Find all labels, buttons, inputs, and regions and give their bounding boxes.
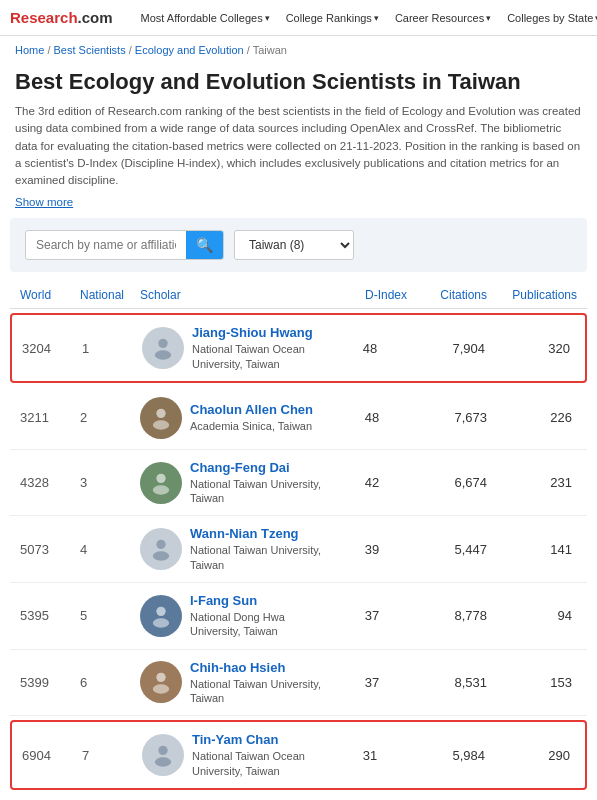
search-button[interactable]: 🔍 — [186, 231, 223, 259]
breadcrumb-ecology[interactable]: Ecology and Evolution — [135, 44, 244, 56]
scholar-affiliation: National Taiwan University, Taiwan — [190, 477, 337, 506]
svg-point-12 — [158, 746, 167, 755]
scholar-info: Chih-hao Hsieh National Taiwan Universit… — [140, 660, 337, 706]
nav-affordable-colleges[interactable]: Most Affordable Colleges ▾ — [133, 12, 278, 24]
svg-point-2 — [156, 409, 165, 418]
citations-value: 8,531 — [407, 675, 487, 690]
citations-value: 5,984 — [405, 748, 485, 763]
breadcrumb-current: Taiwan — [253, 44, 287, 56]
publications-value: 153 — [487, 675, 577, 690]
svg-point-3 — [153, 420, 169, 429]
citations-value: 6,674 — [407, 475, 487, 490]
scholar-name[interactable]: Chih-hao Hsieh — [190, 660, 337, 675]
scholar-name[interactable]: Chaolun Allen Chen — [190, 402, 313, 417]
nav-colleges-by-state[interactable]: Colleges by State ▾ — [499, 12, 597, 24]
header-publications: Publications — [487, 288, 577, 302]
rank-national: 5 — [80, 608, 140, 623]
navigation: Research.com Most Affordable Colleges ▾ … — [0, 0, 597, 36]
table-row: 3204 1 Jiang-Shiou Hwang National Taiwan… — [10, 313, 587, 383]
rank-world: 6904 — [22, 748, 82, 763]
citations-value: 7,904 — [405, 341, 485, 356]
scholar-info: I-Fang Sun National Dong Hwa University,… — [140, 593, 337, 639]
svg-point-11 — [153, 685, 169, 694]
citations-value: 5,447 — [407, 542, 487, 557]
svg-point-5 — [153, 485, 169, 494]
site-logo[interactable]: Research.com — [10, 9, 113, 26]
dindex-value: 39 — [337, 542, 407, 557]
rank-national: 6 — [80, 675, 140, 690]
rank-national: 2 — [80, 410, 140, 425]
citations-value: 7,673 — [407, 410, 487, 425]
svg-point-7 — [153, 552, 169, 561]
show-more-link[interactable]: Show more — [0, 194, 597, 218]
scholar-name[interactable]: Jiang-Shiou Hwang — [192, 325, 335, 340]
dindex-value: 31 — [335, 748, 405, 763]
scholar-name[interactable]: Wann-Nian Tzeng — [190, 526, 337, 541]
publications-value: 94 — [487, 608, 577, 623]
scholar-details: Jiang-Shiou Hwang National Taiwan Ocean … — [192, 325, 335, 371]
scholar-affiliation: National Taiwan University, Taiwan — [190, 543, 337, 572]
table-header: World National Scholar D-Index Citations… — [10, 282, 587, 309]
publications-value: 226 — [487, 410, 577, 425]
publications-value: 231 — [487, 475, 577, 490]
avatar — [142, 327, 184, 369]
rank-national: 3 — [80, 475, 140, 490]
nav-links: Most Affordable Colleges ▾ College Ranki… — [133, 12, 597, 24]
avatar — [140, 595, 182, 637]
page-title: Best Ecology and Evolution Scientists in… — [0, 64, 597, 103]
dindex-value: 42 — [337, 475, 407, 490]
nav-college-rankings[interactable]: College Rankings ▾ — [278, 12, 387, 24]
scholar-info: Chaolun Allen Chen Academia Sinica, Taiw… — [140, 397, 337, 439]
nav-career-resources[interactable]: Career Resources ▾ — [387, 12, 499, 24]
avatar — [140, 397, 182, 439]
dindex-value: 48 — [335, 341, 405, 356]
chevron-down-icon: ▾ — [486, 13, 491, 23]
scholar-name[interactable]: Tin-Yam Chan — [192, 732, 335, 747]
avatar — [140, 462, 182, 504]
rank-national: 1 — [82, 341, 142, 356]
header-national: National — [80, 288, 140, 302]
publications-value: 290 — [485, 748, 575, 763]
svg-point-0 — [158, 339, 167, 348]
scholar-affiliation: National Dong Hwa University, Taiwan — [190, 610, 337, 639]
table-row: 5395 5 I-Fang Sun National Dong Hwa Univ… — [10, 583, 587, 650]
breadcrumb-home[interactable]: Home — [15, 44, 44, 56]
svg-point-4 — [156, 473, 165, 482]
avatar — [140, 528, 182, 570]
search-input[interactable] — [26, 232, 186, 258]
breadcrumb-best-scientists[interactable]: Best Scientists — [54, 44, 126, 56]
table-row: 6904 7 Tin-Yam Chan National Taiwan Ocea… — [10, 720, 587, 790]
dindex-value: 37 — [337, 608, 407, 623]
table-row: 5399 6 Chih-hao Hsieh National Taiwan Un… — [10, 650, 587, 717]
scholar-info: Tin-Yam Chan National Taiwan Ocean Unive… — [142, 732, 335, 778]
rank-national: 7 — [82, 748, 142, 763]
header-dindex: D-Index — [337, 288, 407, 302]
breadcrumb: Home / Best Scientists / Ecology and Evo… — [0, 36, 597, 64]
scholar-name[interactable]: I-Fang Sun — [190, 593, 337, 608]
search-box: 🔍 — [25, 230, 224, 260]
header-scholar: Scholar — [140, 288, 337, 302]
svg-point-13 — [155, 757, 171, 766]
scholar-name[interactable]: Chang-Feng Dai — [190, 460, 337, 475]
avatar — [142, 734, 184, 776]
dindex-value: 37 — [337, 675, 407, 690]
svg-point-9 — [153, 618, 169, 627]
scholar-affiliation: Academia Sinica, Taiwan — [190, 419, 313, 433]
table-row: 4328 3 Chang-Feng Dai National Taiwan Un… — [10, 450, 587, 517]
header-citations: Citations — [407, 288, 487, 302]
header-world: World — [20, 288, 80, 302]
scholar-info: Jiang-Shiou Hwang National Taiwan Ocean … — [142, 325, 335, 371]
scholar-info: Chang-Feng Dai National Taiwan Universit… — [140, 460, 337, 506]
rank-world: 3211 — [20, 410, 80, 425]
scholar-details: I-Fang Sun National Dong Hwa University,… — [190, 593, 337, 639]
table-row: 3211 2 Chaolun Allen Chen Academia Sinic… — [10, 387, 587, 450]
filter-bar: 🔍 Taiwan (8) — [10, 218, 587, 272]
country-filter-select[interactable]: Taiwan (8) — [234, 230, 354, 260]
svg-point-10 — [156, 673, 165, 682]
scholar-affiliation: National Taiwan Ocean University, Taiwan — [192, 749, 335, 778]
scholar-details: Chang-Feng Dai National Taiwan Universit… — [190, 460, 337, 506]
scholar-details: Wann-Nian Tzeng National Taiwan Universi… — [190, 526, 337, 572]
scholar-details: Chih-hao Hsieh National Taiwan Universit… — [190, 660, 337, 706]
scholar-details: Chaolun Allen Chen Academia Sinica, Taiw… — [190, 402, 313, 433]
rankings-table: World National Scholar D-Index Citations… — [0, 282, 597, 800]
